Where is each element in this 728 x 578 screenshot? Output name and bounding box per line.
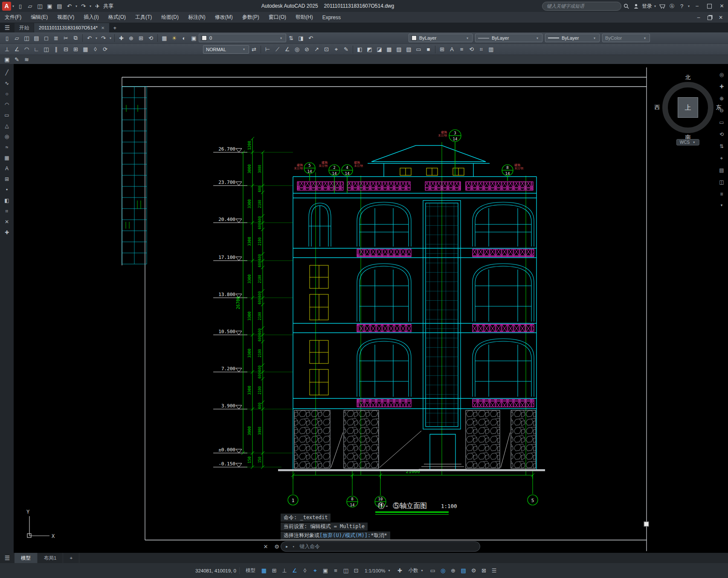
layer-on-icon[interactable]: ☀ [169,34,179,43]
annotation-scale-button[interactable]: 1:1/100% ▾ [362,566,394,575]
save-as-icon[interactable]: ▣ [45,2,55,10]
units-caret-icon[interactable]: ▾ [420,569,424,572]
menu-help[interactable]: 帮助(H) [291,12,318,23]
app-menu-caret-icon[interactable]: ▾ [11,4,15,8]
measure-tool-icon[interactable]: ⌗ [2,208,12,215]
undo-caret-icon[interactable]: ▾ [74,4,78,8]
open-file-icon[interactable]: ▱ [25,2,35,10]
measure-icon[interactable]: ⌗ [476,45,486,54]
text-align-icon[interactable]: ⇄ [249,45,259,54]
user-icon[interactable] [631,2,641,10]
palette-icon[interactable]: ◫ [719,179,724,185]
color-combo[interactable]: ByLayer ▾ [409,34,473,42]
zoom-realtime-icon[interactable]: ⊕ [126,34,136,43]
text-style-caret-icon[interactable]: ▾ [242,47,246,51]
tab-drawing[interactable]: 20111011131831607O514* ✕ [34,23,109,32]
block-icon[interactable]: ◧ [355,45,365,54]
dim-diameter-icon[interactable]: ⊘ [302,45,312,54]
doc-close-button[interactable]: ✕ [715,12,726,23]
color-combo-caret-icon[interactable]: ▾ [465,36,470,40]
cmdline-customize-icon[interactable]: ⚙ [272,542,281,551]
arc-tool-icon[interactable]: ◠ [2,101,12,108]
linetype-combo-caret-icon[interactable]: ▾ [535,36,539,40]
erase-tool-icon[interactable]: ✕ [2,218,12,225]
doc-minimize-button[interactable]: – [693,12,704,23]
ortho-toggle-icon[interactable]: ⊥ [280,566,289,575]
plotstyle-combo-caret-icon[interactable]: ▾ [643,36,647,40]
command-input[interactable] [299,543,476,550]
menu-draw[interactable]: 绘图(D) [157,12,183,23]
clean-screen-icon[interactable]: ⊠ [479,566,489,575]
navigation-wheel-icon[interactable]: ◎ [719,72,724,78]
zoom-extents-icon[interactable]: ▭ [719,119,724,125]
new-layout-button[interactable]: + [63,553,79,563]
polygon-tool-icon[interactable]: △ [2,122,12,129]
wcs-selector[interactable]: WCS ▾ [676,139,699,145]
region-icon[interactable]: ■ [423,45,433,54]
ortho-tool-icon[interactable]: ⊥ [2,45,12,54]
plot-preview-icon[interactable]: ◻ [41,34,51,43]
share-label[interactable]: 共享 [103,3,113,10]
chamfer-icon[interactable]: ∟ [32,45,41,54]
minimize-button[interactable]: – [691,0,703,12]
layer-freeze-icon[interactable]: ◐ [179,34,189,43]
text-tool-icon[interactable]: A [2,165,12,172]
layer-lock-icon[interactable]: ▣ [189,34,199,43]
move-tool-icon[interactable]: ✚ [2,229,12,236]
trim-icon[interactable]: ⊟ [61,45,71,54]
table-icon[interactable]: ⊞ [437,45,447,54]
make-current-icon[interactable]: ⇅ [286,34,296,43]
tolerance-icon[interactable]: ⊡ [322,45,331,54]
customization-icon[interactable]: ☰ [490,566,499,575]
undo-caret-icon[interactable]: ▾ [94,36,99,40]
menu-format[interactable]: 格式(O) [104,12,131,23]
compass-east[interactable]: 东 [716,104,722,111]
quick-properties-icon[interactable]: ⊕ [449,566,458,575]
layer-combo-caret-icon[interactable]: ▾ [279,36,283,40]
tab-model[interactable]: 模型 [15,553,38,563]
layer-combo[interactable]: 0 ▾ [199,34,286,42]
sync-attrib-icon[interactable]: ≋ [22,55,32,64]
boundary-icon[interactable]: ▭ [414,45,423,54]
qnew-icon[interactable]: ▯ [2,34,12,43]
command-input-bar[interactable]: ▸ ▾ [281,541,480,552]
snap-toggle-icon[interactable]: ⊞ [270,566,279,575]
close-button[interactable]: ✕ [716,0,728,12]
scale-icon[interactable]: ◊ [90,45,100,54]
field-icon[interactable]: ≡ [457,45,467,54]
center-mark-icon[interactable]: ⌖ [331,45,341,54]
dim-linear-icon[interactable]: ⊢ [263,45,273,54]
cmdline-close-icon[interactable]: ✕ [261,542,270,551]
autodesk-assistant-icon[interactable]: Ⓐ [667,2,677,10]
compass-north[interactable]: 北 [685,74,691,81]
new-tab-button[interactable]: + [110,23,120,32]
pan-icon[interactable]: ✚ [719,84,724,90]
menu-tools[interactable]: 工具(T) [131,12,157,23]
undo-icon[interactable]: ↶ [84,34,94,43]
plot-icon[interactable]: ▤ [32,34,41,43]
group-icon[interactable]: ▩ [384,45,394,54]
app-store-icon[interactable] [657,2,667,10]
open-icon[interactable]: ▱ [12,34,22,43]
menu-file[interactable]: 文件(F) [0,12,26,23]
edit-attrib-icon[interactable]: ▣ [2,55,12,64]
plot-icon[interactable]: ▤ [55,2,64,10]
hatch-icon[interactable]: ▨ [394,45,404,54]
rotate-icon[interactable]: ⟳ [100,45,110,54]
dim-edit-icon[interactable]: ✎ [341,45,351,54]
workspace-switch-icon[interactable]: ▭ [428,566,438,575]
properties-icon[interactable]: ▥ [486,45,496,54]
swivel-icon[interactable]: ⇅ [719,143,724,149]
more-caret-icon[interactable]: ▾ [721,203,723,207]
menu-edit[interactable]: 编辑(E) [26,12,52,23]
zoom-in-icon[interactable]: ⊕ [719,96,724,102]
menu-express[interactable]: Express [318,12,345,23]
graphics-performance-icon[interactable]: ⚙ [469,566,479,575]
menu-view[interactable]: 视图(V) [52,12,79,23]
array-icon[interactable]: ▦ [81,45,90,54]
properties-panel-icon[interactable]: ≡ [720,191,723,197]
grid-toggle-icon[interactable]: ▦ [259,566,269,575]
tab-start[interactable]: 开始 [15,23,34,32]
isodraft-toggle-icon[interactable]: ◊ [300,566,310,575]
annotation-monitor-icon[interactable]: ◎ [438,566,448,575]
